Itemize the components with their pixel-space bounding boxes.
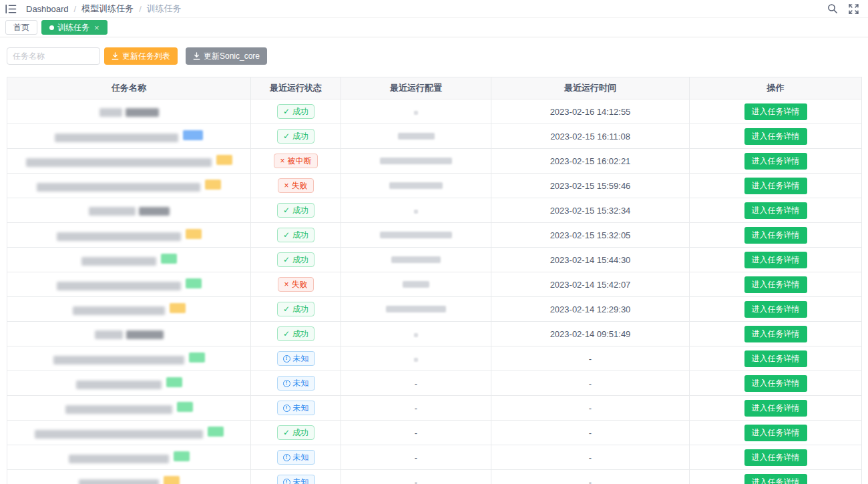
task-name-cell [7,371,251,396]
status-cell: ×失败 [251,174,341,198]
fullscreen-icon[interactable] [849,4,859,14]
enter-task-detail-button[interactable]: 进入任务详情 [744,252,807,268]
redacted-text-block [126,108,159,117]
status-icon: × [284,279,288,290]
breadcrumb-item-dashboard[interactable]: Dashboard [26,4,69,14]
task-name-cell [7,396,251,421]
run-timestamp: 2023-02-15 16:02:21 [550,156,631,166]
task-name-input[interactable] [7,47,100,65]
enter-task-detail-button[interactable]: 进入任务详情 [744,326,807,342]
task-tag-green [174,451,190,461]
task-name-cell [7,322,251,346]
status-icon: ✓ [283,106,290,117]
action-cell: 进入任务详情 [690,223,862,248]
enter-task-detail-button[interactable]: 进入任务详情 [744,153,807,170]
update-task-list-button[interactable]: 更新任务列表 [104,47,178,65]
action-cell: 进入任务详情 [690,99,862,124]
redacted-task-name [73,306,165,315]
task-tag-green [177,402,193,412]
run-timestamp: 2023-02-14 09:51:49 [550,329,631,339]
redacted-config-dot [414,358,418,362]
status-label: 成功 [292,304,308,314]
status-label: 被中断 [288,156,312,166]
task-name-cell [7,470,251,484]
run-timestamp: 2023-02-14 15:42:07 [550,280,631,290]
enter-task-detail-button[interactable]: 进入任务详情 [744,202,807,219]
redacted-text-block [37,183,200,192]
table-row: ×失败2023-02-14 15:42:07进入任务详情 [7,272,862,297]
time-empty-value: - [589,354,592,364]
redacted-text-block [76,381,162,389]
search-icon[interactable] [827,3,838,14]
redacted-text-block [73,306,165,315]
status-cell: !未知 [251,470,341,484]
config-cell: - [341,371,491,396]
enter-task-detail-button[interactable]: 进入任务详情 [744,276,807,293]
update-sonic-core-button[interactable]: 更新Sonic_core [186,47,267,65]
action-cell: 进入任务详情 [690,198,862,223]
action-cell: 进入任务详情 [690,149,862,174]
time-cell: 2023-02-14 09:51:49 [491,322,690,346]
task-name-cell [7,223,251,248]
config-empty-value: - [415,453,417,463]
action-cell: 进入任务详情 [690,248,862,272]
tab-home-label: 首页 [13,22,29,33]
task-table: 任务名称 最近运行状态 最近运行配置 最近运行时间 操作 ✓成功2023-02-… [7,77,862,484]
time-empty-value: - [589,477,592,484]
table-row: ×被中断2023-02-15 16:02:21进入任务详情 [7,149,862,174]
table-row: ✓成功2023-02-15 16:11:08进入任务详情 [7,124,862,149]
time-empty-value: - [589,403,592,413]
enter-task-detail-button[interactable]: 进入任务详情 [744,350,807,367]
redacted-text-block [55,134,178,142]
table-row: ✓成功2023-02-14 15:44:30进入任务详情 [7,248,862,272]
tab-close-icon[interactable]: × [94,23,99,32]
status-badge-unknown: !未知 [277,376,315,391]
redacted-task-name [76,381,162,389]
enter-task-detail-button[interactable]: 进入任务详情 [744,474,807,484]
table-row: !未知--进入任务详情 [7,396,862,421]
redacted-config [391,256,441,263]
redacted-text-block [79,479,159,484]
status-label: 成功 [292,205,308,216]
tab-training-tasks[interactable]: 训练任务 × [41,20,107,35]
status-badge-interrupted: ×被中断 [274,154,317,168]
status-icon: ! [283,405,290,412]
col-header-time: 最近运行时间 [491,77,690,99]
tab-training-tasks-label: 训练任务 [57,22,89,33]
topbar-actions [827,3,859,14]
redacted-task-name [89,207,170,216]
table-row: ✓成功2023-02-14 09:51:49进入任务详情 [7,322,862,346]
enter-task-detail-button[interactable]: 进入任务详情 [744,227,807,244]
action-cell: 进入任务详情 [690,421,862,445]
tabbar: 首页 训练任务 × [0,18,868,37]
time-cell: 2023-02-14 15:44:30 [491,248,690,272]
table-row: !未知--进入任务详情 [7,470,862,484]
status-cell: ×失败 [251,272,341,297]
config-empty-value: - [415,379,417,389]
enter-task-detail-button[interactable]: 进入任务详情 [744,400,807,417]
redacted-text-block [65,405,172,414]
enter-task-detail-button[interactable]: 进入任务详情 [744,128,807,145]
enter-task-detail-button[interactable]: 进入任务详情 [744,375,807,392]
time-cell: - [491,396,690,421]
enter-task-detail-button[interactable]: 进入任务详情 [744,425,807,441]
redacted-text-block [81,257,156,266]
breadcrumb-item-model-training[interactable]: 模型训练任务 [81,3,134,15]
config-cell [341,174,491,198]
task-tag-yellow [205,180,221,190]
status-cell: ✓成功 [251,248,341,272]
enter-task-detail-button[interactable]: 进入任务详情 [744,301,807,318]
redacted-text-block [95,330,123,339]
enter-task-detail-button[interactable]: 进入任务详情 [744,449,807,466]
status-icon: ✓ [283,304,290,314]
sidebar-toggle-icon[interactable] [5,4,17,14]
status-cell: !未知 [251,396,341,421]
enter-task-detail-button[interactable]: 进入任务详情 [744,178,807,194]
status-label: 成功 [292,131,308,142]
enter-task-detail-button[interactable]: 进入任务详情 [744,103,807,120]
run-timestamp: 2023-02-15 16:11:08 [550,132,630,142]
redacted-text-block [53,356,184,365]
task-table-wrap: 任务名称 最近运行状态 最近运行配置 最近运行时间 操作 ✓成功2023-02-… [7,77,861,484]
col-header-status: 最近运行状态 [251,77,341,99]
tab-home[interactable]: 首页 [5,20,37,35]
